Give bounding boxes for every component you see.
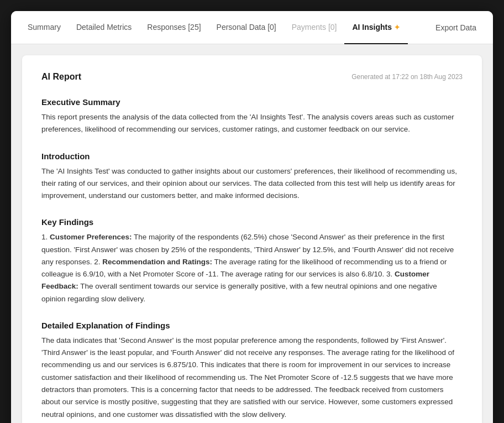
tab-export-data[interactable]: Export Data: [428, 11, 484, 44]
app-window: Summary Detailed Metrics Responses [25] …: [11, 11, 493, 423]
tab-personal-data-label: Personal Data [0]: [217, 23, 276, 32]
tab-ai-insights[interactable]: AI Insights ✦: [344, 11, 408, 44]
content-area: AI Report Generated at 17:22 on 18th Aug…: [11, 44, 493, 423]
ai-report-card: AI Report Generated at 17:22 on 18th Aug…: [22, 55, 482, 423]
section-key-findings-body: 1. Customer Preferences: The majority of…: [41, 231, 463, 305]
card-header: AI Report Generated at 17:22 on 18th Aug…: [41, 72, 463, 82]
section-key-findings: Key Findings 1. Customer Preferences: Th…: [41, 217, 463, 305]
section-introduction-title: Introduction: [41, 152, 463, 161]
tab-payments[interactable]: Payments [0]: [284, 11, 345, 44]
tab-detailed-metrics[interactable]: Detailed Metrics: [69, 11, 139, 44]
section-introduction-body: The 'AI Insights Test' was conducted to …: [41, 165, 463, 202]
section-executive-summary-title: Executive Summary: [41, 97, 463, 107]
section-executive-summary: Executive Summary This report presents t…: [41, 97, 463, 136]
tab-payments-label: Payments [0]: [292, 23, 337, 32]
section-detailed-explanation: Detailed Explanation of Findings The dat…: [41, 321, 463, 421]
tab-responses-label: Responses [25]: [147, 23, 201, 32]
tab-export-data-label: Export Data: [435, 23, 476, 32]
section-executive-summary-body: This report presents the analysis of the…: [41, 111, 463, 136]
section-detailed-explanation-title: Detailed Explanation of Findings: [41, 321, 463, 330]
tab-ai-insights-label: AI Insights: [352, 23, 392, 32]
section-introduction: Introduction The 'AI Insights Test' was …: [41, 152, 463, 202]
ai-insights-star-icon: ✦: [394, 23, 400, 32]
tab-summary[interactable]: Summary: [20, 11, 69, 44]
card-title: AI Report: [41, 72, 81, 82]
tab-bar: Summary Detailed Metrics Responses [25] …: [11, 11, 493, 44]
tab-summary-label: Summary: [28, 23, 61, 32]
generated-at-label: Generated at 17:22 on 18th Aug 2023: [351, 73, 463, 81]
section-key-findings-title: Key Findings: [41, 217, 463, 227]
tab-detailed-metrics-label: Detailed Metrics: [76, 23, 132, 32]
tab-personal-data[interactable]: Personal Data [0]: [209, 11, 284, 44]
section-detailed-explanation-body: The data indicates that 'Second Answer' …: [41, 335, 463, 421]
tab-responses[interactable]: Responses [25]: [139, 11, 208, 44]
